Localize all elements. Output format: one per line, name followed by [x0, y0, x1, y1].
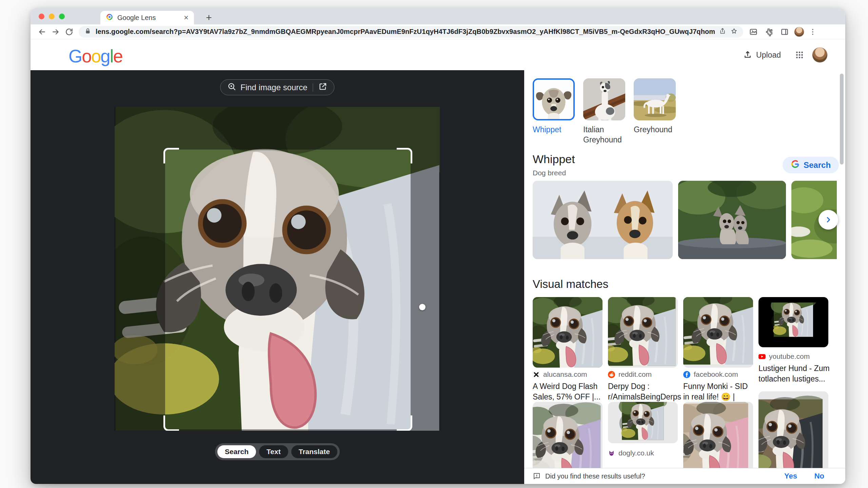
browser-window: Google Lens × + lens.google.com/search?p…	[31, 8, 845, 484]
match-6-source[interactable]: dogly.co.uk	[608, 449, 679, 457]
chip-whippet-image	[533, 78, 575, 120]
match-6-image[interactable]	[608, 402, 678, 443]
side-panel-icon[interactable]	[778, 25, 791, 39]
crop-selection[interactable]	[165, 150, 411, 429]
find-image-source-button[interactable]: Find image source	[220, 79, 334, 95]
chevron-right-icon	[825, 216, 832, 223]
feedback-question: Did you find these results useful?	[545, 472, 645, 480]
google-logo[interactable]: Google	[68, 46, 122, 66]
google-g-icon	[791, 160, 800, 171]
upload-label: Upload	[756, 51, 781, 60]
google-header: Google Upload	[31, 40, 845, 70]
close-window-button[interactable]	[39, 14, 44, 19]
upload-icon	[743, 51, 752, 59]
extensions-puzzle-icon[interactable]	[763, 25, 775, 39]
match-2-image[interactable]	[608, 297, 678, 368]
toolbar-icons	[747, 25, 821, 39]
traffic-lights	[39, 14, 65, 19]
tab-google-lens[interactable]: Google Lens ×	[100, 11, 194, 24]
reddit-icon	[608, 371, 615, 378]
match-4-source[interactable]: youtube.com	[758, 352, 830, 360]
browser-profile-avatar[interactable]	[794, 27, 804, 37]
carousel-next-button[interactable]	[818, 210, 838, 230]
chip-italian-greyhound-label: Italian Greyhound	[583, 124, 625, 145]
visual-matches-title: Visual matches	[533, 278, 608, 291]
feedback-comment-icon	[533, 472, 541, 480]
match-2-title[interactable]: Derpy Dog : r/AnimalsBeingDerps	[608, 381, 680, 402]
alucansa-icon	[533, 371, 540, 378]
results-pane: Whippet	[524, 70, 845, 484]
chip-greyhound-image	[634, 78, 676, 120]
crop-corner-top-left[interactable]	[163, 148, 179, 163]
chip-italian-greyhound[interactable]: Italian Greyhound	[583, 78, 625, 145]
lock-icon	[84, 27, 92, 36]
breed-chips: Whippet	[533, 78, 676, 145]
new-tab-button[interactable]: +	[202, 11, 216, 24]
breed-photo-carousel	[533, 181, 837, 259]
divider	[313, 83, 313, 92]
mode-search-button[interactable]: Search	[217, 445, 256, 458]
match-1-title[interactable]: A Weird Dog Flash Sales, 57% OFF |...	[533, 381, 605, 402]
bookmark-star-icon[interactable]	[730, 27, 738, 36]
dogly-icon	[608, 450, 615, 457]
youtube-icon	[758, 353, 766, 360]
feedback-no-button[interactable]: No	[814, 472, 824, 481]
match-3-source[interactable]: facebook.com	[683, 370, 754, 378]
account-avatar[interactable]	[812, 47, 828, 63]
crop-corner-bottom-right[interactable]	[397, 415, 412, 431]
chip-italian-greyhound-image	[583, 78, 625, 120]
chip-greyhound-label: Greyhound	[634, 124, 676, 135]
results-scrollbar[interactable]	[840, 74, 844, 164]
breed-photo-1[interactable]	[533, 181, 673, 259]
upload-button[interactable]: Upload	[743, 47, 781, 63]
url-text: lens.google.com/search?p=AV3Y9tAV7la9z7b…	[96, 28, 715, 36]
find-image-source-label: Find image source	[240, 83, 307, 92]
chip-greyhound[interactable]: Greyhound	[634, 78, 676, 145]
open-in-new-icon[interactable]	[319, 82, 328, 93]
chip-whippet[interactable]: Whippet	[533, 78, 575, 145]
back-icon[interactable]	[35, 25, 49, 39]
feedback-bar: Did you find these results useful? Yes N…	[524, 468, 845, 484]
match-4-video-thumbnail[interactable]	[758, 297, 828, 347]
media-icon[interactable]	[747, 25, 760, 39]
zoom-window-button[interactable]	[59, 14, 65, 19]
query-image[interactable]	[115, 107, 440, 431]
tab-strip: Google Lens × +	[31, 8, 845, 24]
forward-icon[interactable]	[49, 25, 62, 39]
lens-favicon-icon	[106, 13, 113, 22]
reload-icon[interactable]	[62, 25, 76, 39]
match-1-source[interactable]: alucansa.com	[533, 370, 604, 378]
crop-corner-top-right[interactable]	[397, 148, 412, 163]
google-search-button[interactable]: Search	[783, 157, 839, 173]
match-2-source[interactable]: reddit.com	[608, 370, 679, 378]
match-1-image[interactable]	[533, 297, 603, 368]
browser-menu-kebab-icon[interactable]	[808, 25, 818, 39]
minimize-window-button[interactable]	[49, 14, 55, 19]
tab-close-icon[interactable]: ×	[184, 14, 189, 22]
url-bar[interactable]: lens.google.com/search?p=AV3Y9tAV7la9z7b…	[79, 26, 743, 38]
crop-corner-bottom-left[interactable]	[163, 415, 179, 431]
lens-search-icon	[227, 82, 236, 93]
feedback-yes-button[interactable]: Yes	[784, 472, 797, 481]
match-4-title[interactable]: Lustiger Hund - Zum totlachen lustiges..…	[758, 363, 830, 384]
crop-side-handle[interactable]	[419, 304, 426, 310]
match-3-image[interactable]	[683, 297, 753, 368]
google-search-label: Search	[804, 160, 831, 170]
lens-image-pane: Find image source	[31, 70, 524, 484]
breed-photo-2[interactable]	[678, 181, 786, 259]
tab-title: Google Lens	[117, 14, 180, 22]
facebook-icon	[683, 371, 690, 378]
share-icon[interactable]	[719, 27, 726, 36]
mode-translate-button[interactable]: Translate	[291, 445, 337, 458]
mode-text-button[interactable]: Text	[259, 445, 288, 458]
browser-toolbar: lens.google.com/search?p=AV3Y9tAV7la9z7b…	[31, 24, 845, 39]
lens-mode-switcher: Search Text Translate	[215, 443, 340, 460]
subject-subtitle: Dog breed	[533, 169, 566, 177]
google-apps-grid-icon[interactable]	[793, 48, 806, 61]
subject-title: Whippet	[533, 153, 575, 166]
chip-whippet-label: Whippet	[533, 124, 575, 135]
